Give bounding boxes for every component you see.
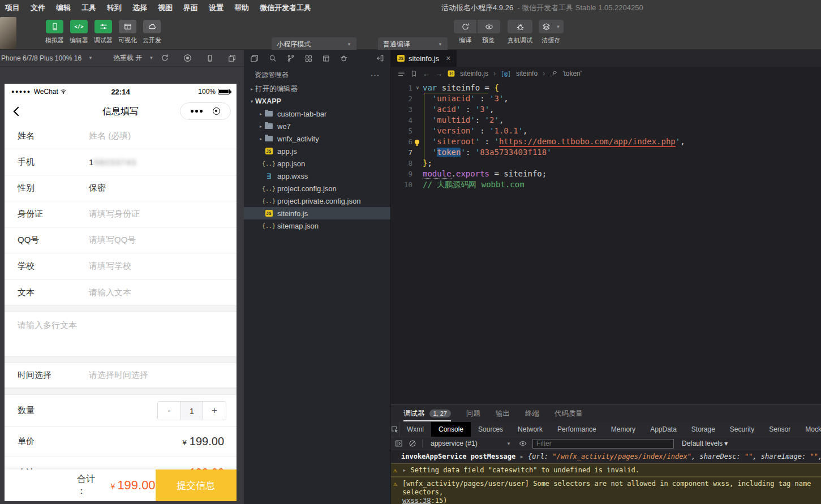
clear-console-icon[interactable] [409, 440, 416, 447]
action-preview-button[interactable]: 预览 [476, 20, 500, 45]
devtools-tab-performance[interactable]: Performance [550, 422, 604, 437]
devtools-tab-storage[interactable]: Storage [684, 422, 723, 437]
record-icon[interactable] [183, 54, 192, 62]
field-multiline-textarea[interactable]: 请输入多行文本 [5, 312, 237, 356]
devtools-tab-wxml[interactable]: Wxml [399, 422, 431, 437]
capsule-menu[interactable] [180, 102, 231, 120]
collapse-sidebar-icon[interactable] [376, 54, 384, 62]
lightbulb-icon[interactable] [415, 140, 419, 144]
git-branch-icon[interactable] [287, 54, 295, 62]
devtools-tab-sensor[interactable]: Sensor [762, 422, 798, 437]
panel-tab-problems[interactable]: 问题 [466, 405, 480, 422]
devtools-tab-memory[interactable]: Memory [604, 422, 643, 437]
panel-tab-terminal[interactable]: 终端 [525, 405, 539, 422]
phone-frame-icon[interactable] [206, 54, 214, 62]
more-icon[interactable] [191, 110, 203, 113]
menu-edit[interactable]: 编辑 [56, 3, 71, 13]
tree-item-project-private-config-json[interactable]: {..}project.private.config.json [244, 195, 390, 207]
toolbar-simulator-button[interactable]: 模拟器 [44, 20, 65, 45]
stepper-value[interactable]: 1 [180, 402, 203, 420]
tab-siteinfo-js[interactable]: JS siteinfo.js × [391, 50, 457, 67]
action-clear-cache-button[interactable]: ▼清缓存 [539, 20, 564, 45]
panel-tab-output[interactable]: 输出 [496, 405, 510, 422]
tree-item-custom-tab-bar[interactable]: ▸custom-tab-bar [244, 107, 390, 120]
tree-item-wxapp-root[interactable]: ▾WXAPP [244, 95, 390, 107]
search-icon[interactable] [269, 54, 277, 62]
console-source-link[interactable]: wxss:38 [402, 497, 431, 504]
rotate-icon[interactable] [161, 54, 169, 62]
stepper-minus-button[interactable]: - [158, 402, 180, 420]
devtools-tab-security[interactable]: Security [723, 422, 762, 437]
field-time-input[interactable]: 请选择时间选择 [89, 370, 148, 381]
field-phone-input[interactable]: 158233743 [89, 157, 136, 167]
devtools-tab-network[interactable]: Network [510, 422, 550, 437]
menu-file[interactable]: 文件 [31, 3, 45, 13]
code-editor[interactable]: 1∨var siteinfo = {2 'uniacid' : '3',3 'a… [391, 80, 821, 404]
more-actions-icon[interactable]: ··· [371, 71, 380, 79]
menu-selection[interactable]: 选择 [132, 3, 147, 13]
tea-icon[interactable] [340, 54, 348, 62]
field-qq-input[interactable]: 请填写QQ号 [89, 235, 136, 245]
tree-item-we7[interactable]: ▸we7 [244, 120, 390, 132]
menu-help[interactable]: 帮助 [234, 3, 249, 13]
live-expression-icon[interactable] [519, 440, 527, 447]
tree-item-app-json[interactable]: {..}app.json [244, 157, 390, 170]
tree-item-project-config-json[interactable]: {..}project.config.json [244, 182, 390, 195]
extensions-icon[interactable] [305, 55, 312, 62]
toolbar-debugger-button[interactable]: 调试器 [93, 20, 114, 45]
field-text-input[interactable]: 请输入文本 [89, 287, 131, 298]
menu-settings[interactable]: 设置 [209, 3, 223, 13]
action-remote-debug-button[interactable]: 真机调试 [508, 20, 532, 45]
panel-tab-debugger[interactable]: 调试器1, 27 [403, 405, 451, 422]
console-filter-input[interactable] [532, 439, 674, 449]
tree-item-app-wxss[interactable]: ∃app.wxss [244, 170, 390, 182]
layout-save-icon[interactable] [323, 55, 330, 62]
panel-tab-code-quality[interactable]: 代码质量 [555, 405, 583, 422]
tree-item-app-js[interactable]: JSapp.js [244, 145, 390, 157]
multi-window-icon[interactable] [228, 54, 236, 62]
bookmark-icon[interactable] [410, 70, 418, 77]
files-icon[interactable] [250, 54, 259, 63]
outline-icon[interactable] [398, 70, 405, 77]
compile-mode-select[interactable]: 普通编译 ▼ [378, 37, 448, 51]
menu-interface[interactable]: 界面 [183, 3, 198, 13]
user-avatar[interactable] [0, 17, 16, 49]
device-select[interactable]: Phone 6/7/8 Plus 100% 16 ▼ [1, 54, 93, 62]
submit-button[interactable]: 提交信息 [156, 469, 237, 501]
tree-item-open-editors[interactable]: ▸打开的编辑器 [244, 83, 390, 95]
tree-item-sitemap-json[interactable]: {..}sitemap.json [244, 219, 390, 232]
menu-goto[interactable]: 转到 [107, 3, 122, 13]
field-gender-input[interactable]: 保密 [89, 183, 106, 193]
show-sidebar-icon[interactable] [395, 440, 403, 447]
devtools-tab-mock[interactable]: Mock [798, 422, 821, 437]
hot-reload-toggle[interactable]: 热重载 开 ▼ [113, 53, 153, 63]
toolbar-editor-button[interactable]: </>编辑器 [68, 20, 89, 45]
field-id-card-input[interactable]: 请填写身份证 [89, 209, 140, 219]
toolbar-visualization-button[interactable]: 可视化 [117, 20, 138, 45]
back-arrow-icon[interactable]: ← [423, 70, 430, 78]
menu-view[interactable]: 视图 [158, 3, 173, 13]
log-levels-select[interactable]: Default levels ▾ [682, 440, 728, 447]
toolbar-cloud-dev-button[interactable]: 云开发 [141, 20, 162, 45]
close-target-icon[interactable] [213, 107, 220, 115]
menu-project[interactable]: 项目 [5, 3, 20, 13]
devtools-tab-sources[interactable]: Sources [471, 422, 510, 437]
breadcrumb-token[interactable]: 'token' [562, 70, 582, 77]
form-row-time-picker[interactable]: 时间选择请选择时间选择 [5, 363, 237, 388]
devtools-tab-console[interactable]: Console [431, 422, 471, 437]
forward-arrow-icon[interactable]: → [435, 70, 442, 78]
breadcrumb-file[interactable]: siteinfo.js [460, 70, 488, 77]
close-icon[interactable]: × [446, 54, 450, 63]
stepper-plus-button[interactable]: + [203, 402, 226, 420]
action-compile-button[interactable]: 编译 [454, 20, 476, 45]
menu-tools[interactable]: 工具 [81, 3, 96, 13]
menu-wechat-devtools[interactable]: 微信开发者工具 [260, 3, 311, 13]
tree-item-siteinfo-js[interactable]: JSsiteinfo.js [244, 207, 390, 219]
inspect-element-icon[interactable] [391, 422, 399, 437]
tree-item-wnfx-activity[interactable]: ▸wnfx_activity [244, 132, 390, 145]
field-name-input[interactable]: 姓名 (必填) [89, 131, 131, 141]
fold-icon[interactable]: ∨ [412, 83, 423, 93]
breadcrumb-symbol[interactable]: siteinfo [516, 70, 538, 77]
devtools-tab-appdata[interactable]: AppData [643, 422, 684, 437]
execution-context-select[interactable]: appservice (#1) ▼ [428, 440, 513, 447]
